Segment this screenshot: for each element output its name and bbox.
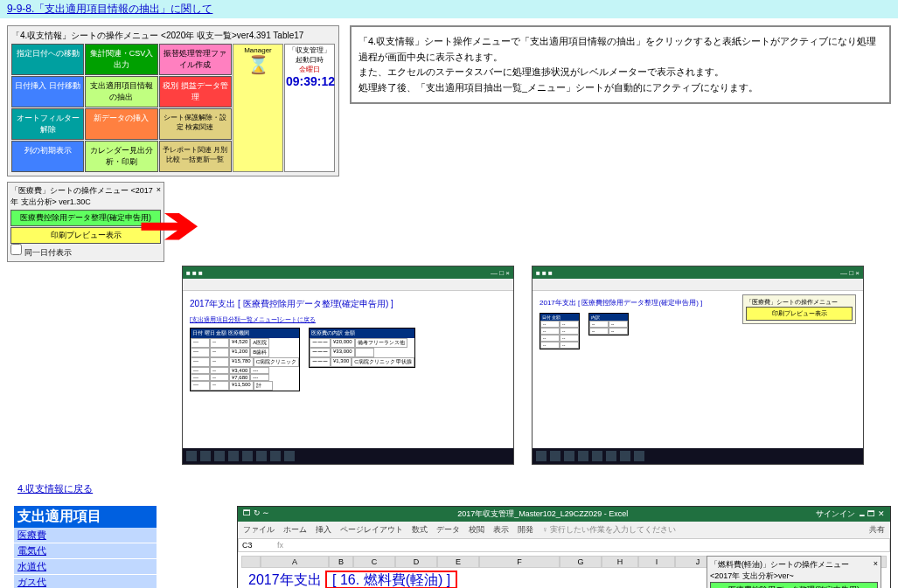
btn-extract-item[interactable]: 支出適用項目情報の抽出 xyxy=(85,76,157,107)
sheet-title-highlight: [ 16. 燃料費(軽油) ] xyxy=(325,571,457,588)
thumbnail-1: ■ ■ ■— □ × 2017年支出 [ 医療費控除用データ整理(確定申告用) … xyxy=(182,266,514,465)
chk-same-date[interactable]: 同一日付表示 xyxy=(10,248,72,257)
btn-sheet-protect[interactable]: シート保護解除・設定 検索関連 xyxy=(159,108,232,140)
btn-new-data[interactable]: 新データの挿入 xyxy=(85,108,157,140)
btn-tax-data[interactable]: 税別 損益データ管理 xyxy=(159,76,232,107)
excel-window: 🗔 ↻ ∼ 2017年収支管理_Master102_L29CZZ029 - Ex… xyxy=(237,506,891,588)
btn-filter-off[interactable]: オートフィルター解除 xyxy=(11,108,84,140)
btn-goto-date[interactable]: 指定日付への移動 xyxy=(11,44,84,75)
btn-calendar[interactable]: カレンダー見出分析・印刷 xyxy=(85,141,157,172)
float-btn1[interactable]: 医療費控除用データ整理(確定申告用) xyxy=(710,582,878,588)
thumbnail-2: ■ ■ ■— □ × 「医療費」シートの操作メニュー 印刷プレビュー表示 201… xyxy=(532,266,864,465)
header-link[interactable]: 9-9-8.「支出適用項目情報の抽出」に関して xyxy=(7,3,212,15)
btn-date-insert[interactable]: 日付挿入 日付移動 xyxy=(11,76,84,107)
floating-submenu: 「燃料費(軽油)」シートの操作メニュー <2017年 支出分析>ver~× 医療… xyxy=(707,556,881,588)
btn-aggregate-csv[interactable]: 集計関連・CSV入出力 xyxy=(85,44,157,75)
excel-title: 2017年収支管理_Master102_L29CZZ029 - Excel xyxy=(457,508,628,520)
item-row[interactable]: ガス代 xyxy=(14,575,157,588)
item-row[interactable]: 医療費 xyxy=(14,528,157,543)
link-back[interactable]: 4.収支情報に戻る xyxy=(17,483,93,494)
menu-title: 「4.収支情報」シートの操作メニュー <2020年 収支一覧>ver4.391 … xyxy=(11,30,335,42)
clock-box: 「収支管理」起動日時 金曜日 09:39:12 xyxy=(284,44,335,172)
page-header: 9-9-8.「支出適用項目情報の抽出」に関して xyxy=(0,0,898,18)
btn-col-init[interactable]: 列の初期表示 xyxy=(11,141,84,172)
manager-badge: Manager ⌛ xyxy=(233,44,283,172)
close-icon[interactable]: × xyxy=(874,559,878,582)
btn-report[interactable]: 予レポート関連 月別比較 一括更新一覧 xyxy=(159,141,232,172)
operation-menu-panel: 「4.収支情報」シートの操作メニュー <2020年 収支一覧>ver4.391 … xyxy=(7,25,339,176)
item-row[interactable]: 電気代 xyxy=(14,543,157,559)
description-box: 「4.収支情報」シート操作メニューで「支出適用項目情報の抽出」をクリックすると表… xyxy=(350,25,891,104)
item-row[interactable]: 水道代 xyxy=(14,559,157,575)
item-list-header: 支出適用項目 xyxy=(14,506,157,528)
btn-transfer-file[interactable]: 振替処理管理ファイル作成 xyxy=(159,44,232,75)
expense-item-list: 支出適用項目 医療費電気代水道代ガス代電話代通信費自動車関係費燃料費 (ガソリン… xyxy=(14,506,157,588)
